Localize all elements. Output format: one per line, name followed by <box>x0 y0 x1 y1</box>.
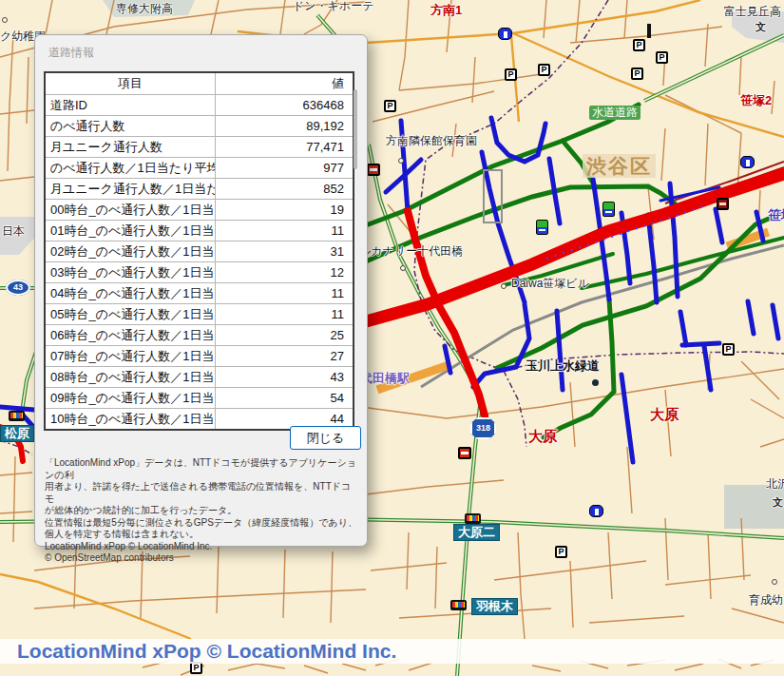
disclaimer-line: 「LocationMind xPop」データは、NTTドコモが提供するアプリケー… <box>45 457 360 481</box>
item-cell: のべ通行人数／1日当たり平均 <box>46 158 215 178</box>
value-cell: 27 <box>215 346 349 366</box>
map-label: 富士見丘高 <box>724 6 781 18</box>
table-row[interactable]: 道路ID636468 <box>46 94 353 115</box>
table-scrollbar-thumb[interactable] <box>354 89 357 169</box>
value-cell: 31 <box>215 241 349 261</box>
table-row[interactable]: 月ユニーク通行人数77,471 <box>46 136 353 157</box>
header-value: 値 <box>215 73 349 94</box>
item-cell: 08時台_のべ通行人数／1日当たり… <box>46 367 215 387</box>
map-label: 日本 <box>2 225 25 238</box>
item-cell: 10時台_のべ通行人数／1日当たり… <box>46 409 215 429</box>
parking-icon: P <box>555 546 567 558</box>
disclaimer-line: © OpenStreetMap contributors <box>45 552 360 565</box>
table-row[interactable]: 07時台_のべ通行人数／1日当たり…27 <box>46 345 353 366</box>
value-cell: 636468 <box>215 95 349 115</box>
header-item: 項目 <box>46 73 215 94</box>
route-shield-318: 318 <box>470 417 496 439</box>
monument-icon <box>498 28 512 40</box>
map-label: 大原 <box>650 407 679 423</box>
map-label: 玉川上水緑道 <box>526 359 600 373</box>
disclaimer-line: 用者より、許諾を得た上で送信される携帯電話の位置情報を、NTTドコモ <box>45 481 360 505</box>
chimney-icon <box>647 24 651 38</box>
police-box-icon <box>717 198 729 210</box>
junction-dot <box>772 579 777 585</box>
table-row[interactable]: のべ通行人数／1日当たり平均977 <box>46 157 353 178</box>
bus-stop-icon <box>9 411 25 421</box>
table-row[interactable]: 06時台_のべ通行人数／1日当たり…25 <box>46 324 353 345</box>
item-cell: 01時台_のべ通行人数／1日当たり… <box>46 221 215 241</box>
item-cell: 09時台_のべ通行人数／1日当たり… <box>46 388 215 408</box>
disclaimer-line: 個人を特定する情報は含まれない。 <box>45 529 360 541</box>
map-label: 大原 <box>528 429 557 445</box>
table-row[interactable]: 月ユニーク通行人数／1日当たり平…852 <box>46 178 353 199</box>
disclaimer-line: LocationMind xPop © LocationMind Inc. <box>45 541 360 553</box>
map-label: 渋谷区 <box>583 154 656 178</box>
road-info-dialog: 道路情報 項目 値 道路ID636468のべ通行人数89,192月ユニーク通行人… <box>34 34 368 547</box>
item-cell: 月ユニーク通行人数 <box>46 137 215 157</box>
map-label: 笹塚 <box>768 208 784 222</box>
map-label: 専修大附高 <box>116 3 173 15</box>
table-header-row: 項目 値 <box>46 73 353 94</box>
value-cell: 77,471 <box>215 137 349 157</box>
table-row[interactable]: 08時台_のべ通行人数／1日当たり…43 <box>46 366 353 387</box>
junction-dot <box>501 283 507 289</box>
attribution-bar: LocationMind xPop © LocationMind Inc. <box>0 639 784 664</box>
table-row[interactable]: 09時台_のべ通行人数／1日当たり…54 <box>46 387 353 408</box>
table-row[interactable]: 02時台_のべ通行人数／1日当たり…31 <box>46 241 353 261</box>
junction-dot <box>398 158 404 164</box>
parking-icon: P <box>631 68 643 80</box>
map-viewport[interactable]: 専修大附高ドン・キホーテク幼稚園方南1富士見丘高笹塚2水道道路方南隣保館保育園渋… <box>0 0 784 676</box>
road-info-table: 項目 値 道路ID636468のべ通行人数89,192月ユニーク通行人数77,4… <box>44 71 354 431</box>
value-cell: 11 <box>215 221 349 241</box>
post-office-icon <box>367 164 380 176</box>
item-cell: 02時台_のべ通行人数／1日当たり… <box>46 241 215 261</box>
parking-icon: P <box>384 100 396 112</box>
item-cell: 04時台_のべ通行人数／1日当たり… <box>46 283 215 303</box>
monument-icon <box>589 505 603 517</box>
fountain-icon <box>592 379 599 386</box>
table-row[interactable]: のべ通行人数89,192 <box>46 115 353 136</box>
value-cell: 89,192 <box>215 116 349 136</box>
disclaimer-line: 位置情報は最短5分毎に測位されるGPSデータ（緯度経度情報）であり、 <box>45 517 360 530</box>
parking-icon: P <box>656 51 668 64</box>
value-cell: 19 <box>215 200 349 220</box>
value-cell: 852 <box>215 179 349 199</box>
map-label: 笹塚2 <box>740 94 772 107</box>
value-cell: 43 <box>215 367 349 387</box>
map-label: ルカナリー十代田橋 <box>359 245 463 258</box>
parking-icon: P <box>633 39 645 51</box>
value-cell: 11 <box>215 304 349 324</box>
close-button[interactable]: 閉じる <box>290 426 361 450</box>
value-cell: 25 <box>215 325 349 345</box>
map-label: 文 <box>773 496 783 508</box>
disclaimer-line: が総体的かつ統計的に加工を行ったデータ。 <box>45 505 360 517</box>
table-row[interactable]: 05時台_のべ通行人数／1日当たり…11 <box>46 303 353 324</box>
disclaimer-text: 「LocationMind xPop」データは、NTTドコモが提供するアプリケー… <box>45 457 360 565</box>
map-label: 方南1 <box>430 4 462 17</box>
table-row[interactable]: 03時台_のべ通行人数／1日当たり…12 <box>46 261 353 282</box>
route-shield-43: 43 <box>6 280 30 296</box>
parking-icon: P <box>505 68 517 81</box>
dialog-title: 道路情報 <box>48 45 94 61</box>
monument-icon <box>740 156 755 168</box>
value-cell: 54 <box>215 388 349 408</box>
item-cell: 06時台_のべ通行人数／1日当たり… <box>46 325 215 345</box>
map-label: 育成幼 <box>749 594 783 607</box>
bus-info-icon <box>536 220 548 235</box>
table-row[interactable]: 01時台_のべ通行人数／1日当たり…11 <box>46 220 353 241</box>
map-label: 北沢 <box>766 478 784 491</box>
map-label: 方南隣保館保育園 <box>386 135 477 147</box>
junction-dot <box>400 265 406 271</box>
bus-stop-icon <box>465 513 481 524</box>
table-row[interactable]: 00時台_のべ通行人数／1日当たり…19 <box>46 199 353 220</box>
item-cell: 00時台_のべ通行人数／1日当たり… <box>46 200 215 220</box>
item-cell: 道路ID <box>46 95 215 115</box>
map-label: 水道道路 <box>589 106 641 120</box>
item-cell: 05時台_のべ通行人数／1日当たり… <box>46 304 215 324</box>
item-cell: 07時台_のべ通行人数／1日当たり… <box>46 346 215 366</box>
bus-stop-icon <box>450 600 467 610</box>
item-cell: 月ユニーク通行人数／1日当たり平… <box>46 179 215 199</box>
map-label: 大原二 <box>453 524 500 541</box>
table-row[interactable]: 04時台_のべ通行人数／1日当たり…11 <box>46 282 353 303</box>
map-label: 羽根木 <box>471 598 518 615</box>
